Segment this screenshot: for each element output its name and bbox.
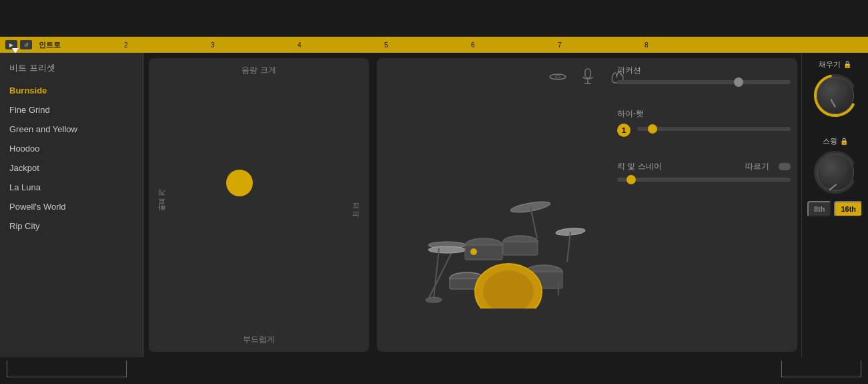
percussion-thumb[interactable] [734,77,743,87]
svg-point-1 [555,75,560,78]
sidebar-item-finegrind[interactable]: Fine Grind [0,100,143,120]
pad-label-bottom: 부드럽게 [243,334,275,345]
hihat-slider[interactable] [637,127,791,131]
pad-panel: 음량 크게 부드럽게 빠르게 꼬피 [149,58,369,352]
sidebar-title: 비트 프리셋 [0,59,143,81]
kick-slider-wrap [617,178,791,182]
swing-knob-indicator [829,184,837,191]
mic-icon[interactable] [580,67,595,90]
svg-point-8 [428,246,466,253]
kick-section: 킥 및 스네어 따르기 [617,161,791,182]
svg-point-28 [426,297,442,303]
ruler-num-4: 4 [298,41,302,49]
ruler-num-5: 5 [384,41,388,49]
drum-kit-area [384,91,610,345]
follow-label: 따르기 [745,161,769,172]
svg-line-27 [434,248,439,299]
swing-knob-section: 스윙 🔒 8th 16th [807,136,863,217]
kick-label: 킥 및 스네어 [617,161,662,172]
hihat-row: 1 [617,124,791,137]
swing-knob-inner [817,154,854,191]
swing-16th-button[interactable]: 16th [834,201,863,217]
main-content: 비트 프리셋 Burnside Fine Grind Green and Yel… [0,53,868,357]
drum-kit-svg [407,128,587,309]
ruler-num-7: 7 [558,41,562,49]
sidebar-item-jackpot[interactable]: Jackpot [0,158,143,178]
swing-label: 스윙 🔒 [823,136,848,146]
drum-panel: 퍼커션 하이-햇 1 [377,58,797,352]
pad-dot[interactable] [226,170,253,196]
ruler-controls: ▶ ↺ [5,40,32,49]
kick-slider[interactable] [617,178,791,182]
sidebar-item-ripcity[interactable]: Rip City [0,216,143,236]
bracket-bottom-left [7,361,127,377]
kick-header-row: 킥 및 스네어 따르기 [617,161,791,172]
pad-label-right: 꼬피 [352,198,361,212]
sidebar-item-laluna[interactable]: La Luna [0,178,143,197]
kick-thumb[interactable] [626,175,636,184]
hihat-thumb[interactable] [648,124,657,134]
percussion-slider[interactable] [617,80,791,84]
fill-knob[interactable] [812,72,859,119]
svg-line-10 [530,207,537,238]
swing-knob[interactable] [812,149,859,196]
percussion-label: 퍼커션 [617,65,791,76]
svg-point-29 [470,248,477,255]
swing-lock-icon[interactable]: 🔒 [840,138,848,145]
section-label: 인트로 [39,40,61,50]
fill-knob-indicator [830,99,836,108]
ruler-num-3: 3 [211,41,215,49]
ruler-ticks: 2 3 4 5 6 7 8 [71,37,868,53]
swing-buttons: 8th 16th [807,201,863,217]
hihat-badge: 1 [617,124,630,137]
ruler-bar: ▶ ↺ 인트로 2 3 4 5 6 7 8 [0,37,868,53]
hihat-label: 하이-햇 [617,108,791,120]
fill-lock-icon[interactable]: 🔒 [843,61,851,68]
sidebar-item-powellsworld[interactable]: Powell's World [0,197,143,216]
svg-line-12 [567,232,570,262]
drum-icons-row [548,67,626,90]
fill-knob-inner [817,77,854,114]
sidebar-item-hoodoo[interactable]: Hoodoo [0,139,143,158]
svg-point-0 [550,74,566,79]
percussion-section: 퍼커션 [617,65,791,84]
bracket-bottom-right [781,361,861,377]
sidebar: 비트 프리셋 Burnside Fine Grind Green and Yel… [0,53,143,357]
ruler-num-2: 2 [124,41,128,49]
svg-rect-20 [503,242,538,255]
swing-8th-button[interactable]: 8th [807,201,832,217]
pad-label-left: 빠르게 [157,194,166,216]
cymbal-icon[interactable] [548,67,567,90]
fill-label: 채우기 🔒 [819,59,851,69]
drum-controls: 퍼커션 하이-햇 1 [617,65,791,345]
sidebar-item-burnside[interactable]: Burnside [0,81,143,100]
ruler-num-6: 6 [471,41,475,49]
ruler-num-8: 8 [644,41,648,49]
fill-knob-section: 채우기 🔒 [812,59,859,119]
follow-toggle[interactable] [779,163,791,170]
ruler-area: ▶ ↺ 인트로 2 3 4 5 6 7 8 [0,0,868,50]
sidebar-item-greenandyellow[interactable]: Green and Yellow [0,120,143,139]
hihat-section: 하이-햇 1 [617,108,791,137]
knob-panel: 채우기 🔒 스윙 🔒 [801,53,868,357]
pad-label-top: 음량 크게 [242,65,276,76]
loop-button[interactable]: ↺ [20,40,32,49]
svg-rect-2 [585,69,590,78]
